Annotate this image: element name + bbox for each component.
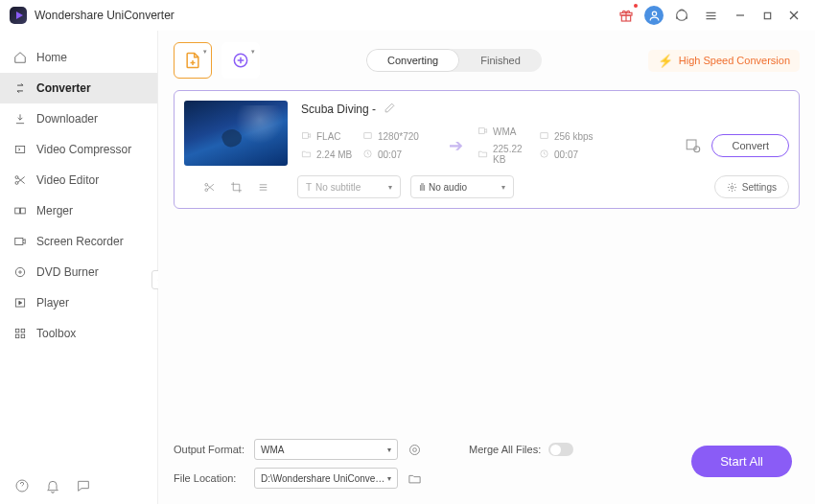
status-tabs: Converting Finished: [366, 49, 542, 72]
chevron-down-icon: ▾: [387, 446, 391, 454]
output-settings-icon[interactable]: [683, 135, 704, 156]
subtitle-select[interactable]: T No subtitle ▾: [297, 175, 401, 198]
start-all-button[interactable]: Start All: [691, 446, 792, 477]
sidebar-item-editor[interactable]: Video Editor: [0, 165, 157, 195]
chevron-down-icon: ▾: [388, 183, 392, 192]
item-settings-button[interactable]: Settings: [714, 175, 789, 198]
sidebar-item-label: Home: [36, 51, 67, 64]
recorder-icon: [13, 235, 27, 248]
sidebar-item-label: Player: [36, 296, 69, 309]
svg-rect-25: [15, 334, 19, 338]
svg-point-43: [204, 188, 207, 191]
toolbox-icon: [13, 327, 27, 340]
download-icon: [13, 112, 27, 126]
file-location-label: File Location:: [174, 472, 246, 484]
tab-finished[interactable]: Finished: [459, 49, 542, 72]
help-icon[interactable]: [13, 477, 31, 494]
sidebar-item-toolbox[interactable]: Toolbox: [0, 318, 157, 349]
sidebar-item-downloader[interactable]: Downloader: [0, 103, 157, 134]
sidebar-item-label: Merger: [36, 204, 73, 218]
gift-icon[interactable]: [616, 5, 637, 26]
output-format-value: WMA: [261, 445, 284, 455]
menu-icon[interactable]: [700, 5, 721, 26]
dst-dur: 00:07: [554, 149, 578, 160]
sidebar-item-player[interactable]: Player: [0, 287, 157, 318]
resolution-icon: [362, 130, 373, 143]
tab-converting[interactable]: Converting: [366, 49, 459, 72]
svg-line-44: [207, 185, 214, 190]
minimize-button[interactable]: [729, 4, 752, 27]
svg-rect-17: [15, 208, 20, 214]
src-dur: 00:07: [378, 149, 402, 160]
support-icon[interactable]: [671, 5, 692, 26]
svg-rect-18: [21, 208, 26, 214]
conversion-item: Scuba Diving - FLAC 2.24 MB 1280*720 00:…: [174, 90, 800, 209]
merge-toggle[interactable]: [548, 443, 573, 456]
add-file-button[interactable]: ▾: [174, 42, 212, 79]
bolt-icon: ⚡: [658, 54, 673, 68]
sidebar-item-home[interactable]: Home: [0, 42, 157, 73]
feedback-icon[interactable]: [75, 477, 92, 494]
account-icon[interactable]: [644, 6, 664, 25]
svg-point-3: [652, 11, 656, 15]
more-icon[interactable]: [256, 180, 269, 194]
src-size: 2.24 MB: [316, 149, 352, 160]
titlebar: Wondershare UniConverter: [0, 0, 815, 31]
add-url-button[interactable]: ▾: [221, 42, 260, 79]
high-speed-toggle[interactable]: ⚡ High Speed Conversion: [648, 50, 800, 72]
crop-icon[interactable]: [229, 180, 243, 194]
waveform-icon: ıllı: [419, 182, 425, 193]
sidebar-item-label: Video Editor: [36, 173, 99, 187]
chevron-down-icon: ▾: [203, 48, 207, 56]
svg-rect-37: [478, 128, 484, 134]
settings-label: Settings: [742, 182, 777, 193]
sidebar-item-compressor[interactable]: Video Compressor: [0, 134, 157, 165]
close-button[interactable]: [782, 4, 805, 27]
clock-icon: [362, 149, 373, 161]
sidebar-item-recorder[interactable]: Screen Recorder: [0, 226, 157, 257]
audio-select[interactable]: ıllı No audio ▾: [410, 175, 514, 198]
arrow-icon: ➔: [441, 135, 470, 156]
open-folder-icon[interactable]: [406, 470, 423, 487]
clock-icon: [539, 149, 549, 161]
merger-icon: [13, 204, 27, 218]
scissors-icon: [13, 173, 27, 187]
app-title: Wondershare UniConverter: [35, 9, 175, 22]
output-settings-icon[interactable]: [406, 441, 423, 458]
maximize-button[interactable]: [756, 4, 779, 27]
video-icon: [301, 130, 312, 143]
rename-icon[interactable]: [384, 101, 396, 118]
folder-icon: [477, 149, 488, 161]
svg-point-21: [19, 271, 21, 273]
sidebar-item-merger[interactable]: Merger: [0, 195, 157, 226]
trim-icon[interactable]: [202, 180, 216, 194]
sidebar-item-label: Converter: [36, 81, 91, 95]
src-res: 1280*720: [378, 131, 419, 142]
item-title: Scuba Diving -: [301, 103, 376, 116]
sidebar-item-label: Downloader: [36, 112, 98, 126]
sidebar-item-label: Video Compressor: [36, 143, 131, 156]
svg-point-13: [15, 176, 18, 179]
file-location-select[interactable]: D:\Wondershare UniConverter 1 ▾: [254, 468, 398, 489]
svg-rect-35: [364, 132, 371, 138]
sidebar-item-label: Toolbox: [36, 327, 76, 340]
svg-rect-26: [21, 334, 25, 338]
main-panel: ▾ ▾ Converting Finished ⚡ High Speed Con…: [158, 31, 815, 504]
play-icon: [13, 296, 27, 309]
svg-point-14: [15, 181, 18, 184]
output-format-select[interactable]: WMA ▾: [254, 439, 398, 460]
svg-line-15: [18, 178, 25, 184]
disc-icon: [13, 265, 27, 279]
svg-point-50: [409, 445, 419, 454]
svg-point-42: [204, 183, 207, 186]
sidebar-item-label: Screen Recorder: [36, 235, 124, 248]
sidebar-item-converter[interactable]: Converter: [0, 73, 157, 103]
convert-button[interactable]: Convert: [711, 134, 789, 157]
thumbnail[interactable]: [184, 101, 288, 166]
svg-point-51: [412, 447, 416, 451]
home-icon: [13, 51, 27, 64]
svg-point-4: [677, 11, 687, 21]
bell-icon[interactable]: [44, 477, 61, 494]
sidebar-item-dvd[interactable]: DVD Burner: [0, 257, 157, 287]
svg-rect-24: [21, 329, 25, 332]
